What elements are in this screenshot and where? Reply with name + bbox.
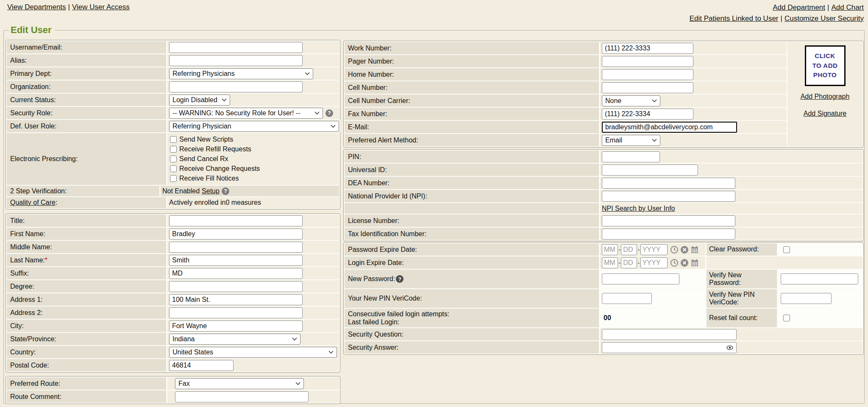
username-input[interactable]: [169, 42, 303, 53]
receive-change-requests-checkbox[interactable]: [170, 165, 177, 172]
view-departments-link[interactable]: View Departments: [7, 3, 66, 11]
left-column: Username/Email: Alias: Primary Dept: Ref…: [6, 40, 340, 404]
security-question-input[interactable]: [602, 329, 737, 340]
verify-pin-vericode-input[interactable]: [781, 293, 832, 304]
security-role-select[interactable]: -- WARNING: No Security Role for User! -…: [169, 108, 323, 119]
home-number-input[interactable]: [602, 69, 693, 80]
calendar-icon[interactable]: [690, 259, 699, 267]
pin-vericode-input[interactable]: [602, 293, 652, 304]
pwd-expire-dd-input[interactable]: [621, 244, 637, 255]
chevron-down-icon: [305, 72, 310, 75]
clear-password-checkbox[interactable]: [783, 246, 790, 253]
pin-label: PIN:: [345, 151, 599, 163]
two-step-setup-link[interactable]: Setup: [202, 187, 220, 195]
new-password-help-icon[interactable]: ?: [396, 275, 403, 283]
contact-box: Work Number: Pager Number: Home Number: …: [343, 41, 864, 148]
route-comment-label: Route Comment:: [7, 390, 166, 403]
pin-input[interactable]: [602, 151, 660, 162]
send-new-scripts-checkbox[interactable]: [170, 136, 177, 143]
top-right-links: Add Department|Add Chart Edit Patients L…: [690, 2, 864, 24]
edit-patients-linked-link[interactable]: Edit Patients Linked to User: [690, 14, 779, 22]
add-signature-link[interactable]: Add Signature: [804, 110, 846, 117]
pager-number-input[interactable]: [602, 56, 693, 67]
pin-vericode-label: Your New PIN VeriCode:: [345, 289, 599, 308]
clock-icon[interactable]: [670, 245, 679, 254]
receive-refill-requests-checkbox[interactable]: [170, 146, 177, 153]
security-question-label: Security Question:: [345, 328, 599, 340]
add-chart-link[interactable]: Add Chart: [831, 3, 864, 11]
tax-id-input[interactable]: [602, 229, 735, 240]
license-number-input[interactable]: [602, 215, 735, 226]
login-expire-spacer: [707, 256, 862, 269]
receive-fill-notices-checkbox[interactable]: [170, 175, 177, 182]
address2-input[interactable]: [169, 307, 303, 318]
route-comment-input[interactable]: [175, 391, 309, 402]
clock-icon[interactable]: [670, 259, 679, 267]
preferred-route-select[interactable]: Fax: [175, 378, 304, 389]
show-password-eye-icon[interactable]: [726, 345, 733, 351]
alias-input[interactable]: [169, 55, 303, 66]
degree-input[interactable]: [169, 281, 303, 292]
new-password-input[interactable]: [602, 273, 679, 284]
quality-of-care-link[interactable]: Quality of Care: [10, 199, 56, 206]
cell-number-input[interactable]: [602, 82, 693, 93]
security-answer-input[interactable]: [602, 342, 737, 353]
add-photo-placeholder[interactable]: CLICK TO ADD PHOTO: [805, 45, 846, 86]
primary-dept-label: Primary Dept:: [7, 67, 166, 80]
security-role-help-icon[interactable]: ?: [326, 109, 333, 117]
state-row: State/Province: Indiana: [7, 333, 339, 345]
reset-fail-count-label: Reset fail count:: [707, 309, 777, 327]
last-name-input[interactable]: [169, 255, 303, 266]
failed-attempts-value: 00: [600, 309, 705, 327]
home-number-row: Home Number:: [345, 68, 787, 81]
clear-date-icon[interactable]: [680, 245, 689, 254]
work-number-input[interactable]: [602, 43, 693, 54]
send-cancel-rx-checkbox[interactable]: [170, 156, 177, 162]
date-dash: -: [618, 259, 621, 267]
primary-dept-select[interactable]: Referring Physicians: [169, 68, 313, 79]
verify-password-input[interactable]: [781, 273, 858, 284]
fax-number-input[interactable]: [602, 109, 693, 120]
email-input[interactable]: [602, 122, 737, 133]
login-expire-dd-input[interactable]: [621, 257, 637, 268]
current-status-value: Login Disabled: [172, 96, 217, 104]
postal-input[interactable]: [169, 360, 234, 371]
date-dash: -: [637, 246, 640, 254]
failed-attempts-label-line2: Last failed Login:: [348, 318, 399, 326]
state-select[interactable]: Indiana: [169, 334, 300, 345]
add-photograph-link[interactable]: Add Photograph: [801, 93, 850, 100]
address1-input[interactable]: [169, 294, 303, 305]
view-user-access-link[interactable]: View User Access: [72, 3, 130, 11]
work-number-row: Work Number:: [345, 42, 787, 54]
first-name-input[interactable]: [169, 229, 303, 240]
clear-date-icon[interactable]: [680, 259, 689, 267]
address2-row: Address 2:: [7, 307, 339, 319]
cell-carrier-select[interactable]: None: [602, 95, 660, 106]
dea-number-input[interactable]: [602, 178, 735, 189]
calendar-icon[interactable]: [690, 245, 699, 254]
universal-id-row: Universal ID:: [345, 164, 862, 176]
reset-fail-count-checkbox[interactable]: [783, 315, 790, 321]
universal-id-input[interactable]: [602, 164, 698, 176]
two-step-help-icon[interactable]: ?: [222, 187, 229, 195]
work-number-label: Work Number:: [345, 42, 599, 54]
alert-method-select[interactable]: Email: [602, 135, 660, 146]
license-number-label: License Number:: [345, 215, 599, 227]
npi-input[interactable]: [602, 191, 735, 202]
suffix-input[interactable]: [169, 268, 303, 279]
pwd-expire-mm-input[interactable]: [602, 244, 618, 255]
pwd-expire-yyyy-input[interactable]: [640, 244, 668, 255]
current-status-select[interactable]: Login Disabled: [169, 95, 230, 106]
organization-input[interactable]: [169, 81, 303, 92]
def-user-role-select[interactable]: Referring Physician: [169, 121, 339, 132]
add-department-link[interactable]: Add Department: [773, 3, 825, 11]
country-select[interactable]: United States: [169, 347, 337, 358]
login-expire-yyyy-input[interactable]: [640, 257, 668, 268]
alert-method-value: Email: [605, 137, 622, 144]
city-input[interactable]: [169, 321, 303, 332]
customize-user-security-link[interactable]: Customize User Security: [785, 14, 864, 22]
title-input[interactable]: [169, 215, 303, 226]
npi-search-link[interactable]: NPI Search by User Info: [602, 205, 675, 212]
middle-name-input[interactable]: [169, 242, 303, 253]
login-expire-mm-input[interactable]: [602, 257, 618, 268]
